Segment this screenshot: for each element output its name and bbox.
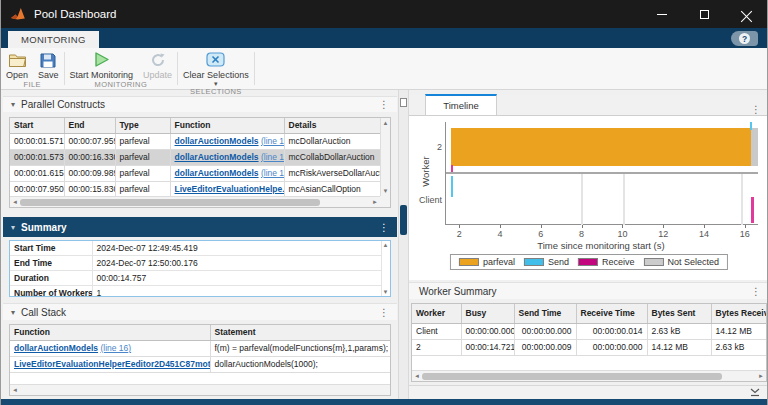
update-button[interactable]: Update bbox=[138, 50, 177, 80]
splitter-drag-handle[interactable] bbox=[400, 205, 407, 235]
not-selected-bar[interactable] bbox=[751, 128, 758, 166]
scroll-right-icon[interactable]: ► bbox=[372, 199, 378, 205]
kebab-menu-icon[interactable]: ⋮ bbox=[751, 286, 761, 297]
scrollbar-thumb[interactable] bbox=[20, 199, 320, 206]
function-link[interactable]: dollarAuctionModels bbox=[175, 136, 259, 146]
line-link[interactable]: (line 16) bbox=[100, 343, 131, 353]
column-header-bytes-sent[interactable]: Bytes Sent bbox=[647, 304, 711, 324]
start-monitoring-button[interactable]: Start Monitoring bbox=[65, 50, 139, 80]
worker-summary-row[interactable]: Client 00:00:00.000 00:00:00.000 00:00:0… bbox=[412, 324, 767, 340]
kebab-menu-icon[interactable]: ⋮ bbox=[379, 307, 389, 318]
line-link[interactable]: (line 16) bbox=[261, 136, 284, 146]
horizontal-scrollbar[interactable]: ◄ ► bbox=[412, 370, 766, 381]
legend-label: Not Selected bbox=[668, 257, 720, 267]
line-link[interactable]: (line 16) bbox=[261, 168, 284, 178]
vertical-scrollbar[interactable]: ▲ ▼ bbox=[381, 241, 390, 296]
scroll-right-icon[interactable]: ► bbox=[758, 373, 764, 379]
receive-tick[interactable] bbox=[451, 165, 453, 173]
horizontal-scrollbar[interactable]: ◄ ► bbox=[10, 196, 380, 207]
x-axis-tick-label: 12 bbox=[658, 229, 668, 239]
column-header-bytes-received[interactable]: Bytes Received bbox=[711, 304, 767, 324]
summary-row[interactable]: Number of Workers 1 bbox=[10, 286, 381, 298]
call-stack-row[interactable]: LiveEditorEvaluationHelperEeditor2D451C8… bbox=[10, 357, 390, 373]
scroll-down-icon[interactable]: ▼ bbox=[383, 289, 389, 295]
function-link[interactable]: dollarAuctionModels bbox=[175, 168, 259, 178]
table-row[interactable]: 00:00:01.615 00:00:09.989 parfeval dolla… bbox=[10, 166, 381, 182]
save-button[interactable]: Save bbox=[33, 50, 64, 80]
receive-bar[interactable] bbox=[751, 197, 754, 223]
scroll-left-icon[interactable]: ◄ bbox=[12, 387, 18, 393]
legend-item[interactable]: parfeval bbox=[459, 257, 515, 267]
function-link[interactable]: LiveEditorEvaluationHelpe... bbox=[175, 184, 285, 194]
function-link[interactable]: dollarAuctionModels bbox=[175, 152, 259, 162]
call-stack-row[interactable]: dollarAuctionModels (line 16) f(m) = par… bbox=[10, 341, 390, 357]
close-button[interactable] bbox=[725, 0, 767, 28]
column-header-details[interactable]: Details bbox=[284, 118, 381, 134]
x-axis-tick bbox=[500, 225, 501, 228]
tab-monitoring[interactable]: MONITORING bbox=[8, 31, 99, 48]
collapsed-panel-icon[interactable] bbox=[400, 98, 407, 107]
summary-row[interactable]: End Time 2024-Dec-07 12:50:00.176 bbox=[10, 256, 381, 271]
scroll-left-icon[interactable]: ◄ bbox=[414, 373, 420, 379]
summary-row[interactable]: Start Time 2024-Dec-07 12:49:45.419 bbox=[10, 241, 381, 256]
x-axis-tick-label: 8 bbox=[579, 229, 584, 239]
tab-timeline[interactable]: Timeline bbox=[425, 94, 497, 115]
open-button[interactable]: Open bbox=[1, 50, 33, 80]
kebab-menu-icon[interactable]: ⋮ bbox=[379, 222, 389, 233]
parallel-constructs-header[interactable]: ▾ Parallel Constructs ⋮ bbox=[3, 96, 397, 112]
summary-header[interactable]: ▾ Summary ⋮ bbox=[3, 217, 397, 237]
parfeval-bar[interactable] bbox=[451, 128, 751, 166]
panel-title: Summary bbox=[21, 222, 67, 233]
legend-item[interactable]: Not Selected bbox=[644, 257, 720, 267]
collapse-icon[interactable]: ▾ bbox=[11, 223, 15, 232]
worker-summary-table: Worker Busy Send Time Receive Time Bytes… bbox=[411, 303, 767, 382]
worker-summary-row[interactable]: 2 00:00:14.721 00:00:00.009 00:00:00.000… bbox=[412, 340, 767, 356]
scroll-down-icon[interactable]: ▼ bbox=[383, 188, 389, 194]
panel-splitter[interactable] bbox=[398, 90, 409, 399]
collapse-icon[interactable]: ▾ bbox=[11, 100, 15, 109]
clear-selections-button[interactable]: Clear Selections ▾ bbox=[178, 50, 254, 87]
column-header-receive-time[interactable]: Receive Time bbox=[576, 304, 647, 324]
cell-worker: Client bbox=[412, 324, 461, 340]
kebab-menu-icon[interactable]: ⋮ bbox=[379, 99, 389, 110]
scroll-up-icon[interactable]: ▲ bbox=[383, 120, 389, 126]
ribbon-group-monitoring: Start Monitoring Update MONITORING bbox=[65, 48, 178, 89]
scrollbar-thumb[interactable] bbox=[422, 373, 722, 380]
dock-panel-icon[interactable] bbox=[750, 388, 760, 397]
column-header-type[interactable]: Type bbox=[115, 118, 170, 134]
maximize-button[interactable] bbox=[683, 0, 725, 28]
help-button[interactable]: ? bbox=[731, 31, 758, 46]
ribbon-separator bbox=[254, 52, 255, 85]
scroll-up-icon[interactable]: ▲ bbox=[383, 242, 389, 248]
call-stack-header[interactable]: ▾ Call Stack ⋮ bbox=[3, 303, 397, 320]
column-header-function[interactable]: Function bbox=[10, 325, 210, 341]
legend-item[interactable]: Receive bbox=[578, 257, 635, 267]
table-row[interactable]: 00:00:01.573 00:00:16.330 parfeval dolla… bbox=[10, 150, 381, 166]
vertical-scrollbar[interactable]: ▲ ▼ bbox=[380, 118, 390, 196]
status-strip bbox=[409, 385, 768, 399]
function-link[interactable]: dollarAuctionModels bbox=[14, 343, 98, 353]
function-link[interactable]: LiveEditorEvaluationHelperEeditor2D451C8… bbox=[14, 359, 210, 369]
summary-table: Start Time 2024-Dec-07 12:49:45.419 End … bbox=[9, 240, 391, 297]
column-header-send-time[interactable]: Send Time bbox=[514, 304, 576, 324]
scroll-left-icon[interactable]: ◄ bbox=[12, 199, 18, 205]
minimize-button[interactable] bbox=[641, 0, 683, 28]
summary-row[interactable]: Duration 00:00:14.757 bbox=[10, 271, 381, 286]
column-header-start[interactable]: Start bbox=[10, 118, 64, 134]
send-tick[interactable] bbox=[451, 176, 453, 198]
horizontal-scrollbar[interactable]: ◄ bbox=[10, 384, 390, 395]
column-header-end[interactable]: End bbox=[64, 118, 115, 134]
line-link[interactable]: (line 16) bbox=[261, 152, 284, 162]
table-row[interactable]: 00:00:01.571 00:00:07.959 parfeval dolla… bbox=[10, 134, 381, 150]
collapse-icon[interactable]: ▾ bbox=[11, 308, 15, 317]
ribbon-toolbar: Open Save FILE bbox=[1, 48, 767, 90]
column-header-statement[interactable]: Statement bbox=[210, 325, 390, 341]
column-header-worker[interactable]: Worker bbox=[412, 304, 461, 324]
column-header-busy[interactable]: Busy bbox=[461, 304, 514, 324]
legend-item[interactable]: Send bbox=[524, 257, 569, 267]
timeline-plot-area[interactable] bbox=[445, 122, 758, 225]
send-tick[interactable] bbox=[750, 122, 752, 130]
worker-summary-header[interactable]: Worker Summary ⋮ bbox=[409, 282, 768, 299]
kebab-menu-icon[interactable]: ⋮ bbox=[751, 104, 761, 115]
column-header-function[interactable]: Function bbox=[170, 118, 284, 134]
